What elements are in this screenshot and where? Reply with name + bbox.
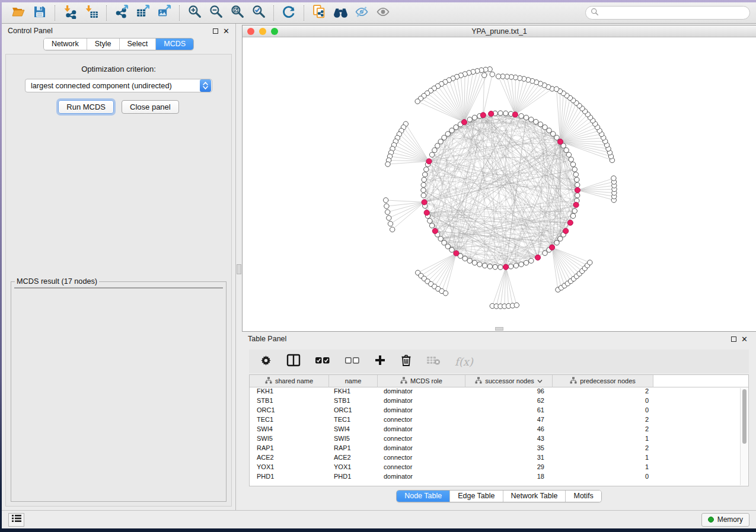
cell-mcds-role: connector	[378, 435, 465, 444]
zoom-out-button[interactable]	[205, 4, 227, 22]
find-button[interactable]	[330, 4, 351, 22]
tab-select[interactable]: Select	[120, 39, 157, 50]
cell-shared-name: FKH1	[250, 387, 329, 397]
copy-network-button[interactable]	[308, 4, 330, 22]
function-builder-button: f(x)	[455, 355, 473, 368]
column-header-shared-name[interactable]: shared name	[250, 375, 329, 387]
memory-status-icon	[708, 517, 714, 523]
table-row[interactable]: FKH1FKH1dominator962	[250, 387, 748, 397]
export-table-button[interactable]	[132, 4, 154, 22]
refresh-icon	[281, 4, 296, 22]
hide-selected-button[interactable]	[351, 4, 372, 22]
import-network-button[interactable]	[59, 4, 81, 22]
cell-shared-name: SWI5	[250, 435, 329, 444]
export-image-button[interactable]	[154, 4, 175, 22]
binoculars-icon	[333, 5, 349, 21]
close-panel-button[interactable]: Close panel	[122, 100, 179, 114]
tab-mcds[interactable]: MCDS	[156, 39, 193, 50]
zoom-selected-button[interactable]	[248, 4, 269, 22]
table-row[interactable]: ACE2ACE2connector311	[250, 454, 748, 463]
cell-name: ORC1	[329, 406, 378, 416]
table-settings-button[interactable]	[260, 354, 272, 369]
network-view-window: YPA_prune.txt_1	[242, 25, 756, 332]
vertical-splitter[interactable]	[235, 24, 242, 510]
column-layout-button[interactable]	[286, 354, 301, 369]
task-history-button[interactable]	[8, 513, 24, 527]
mcds-result-list[interactable]: PHD1CAR1STP4TID3YOX1SWI4SRD1PMA2FKH1ACE2…	[14, 287, 223, 289]
save-session-button[interactable]	[29, 4, 50, 22]
cell-predecessor-nodes: 2	[553, 444, 653, 454]
search-box[interactable]	[585, 6, 750, 20]
table-row[interactable]: RAP1RAP1dominator352	[250, 444, 748, 454]
cell-predecessor-nodes: 2	[553, 425, 653, 435]
import-network-icon	[63, 4, 78, 21]
column-header-successor-nodes[interactable]: successor nodes	[465, 375, 553, 387]
select-all-button[interactable]	[315, 356, 330, 367]
network-graph[interactable]	[243, 37, 756, 331]
cytoscape-window: Control Panel ✕ NetworkStyleSelectMCDS O…	[2, 2, 756, 528]
toolbar-separator	[106, 5, 107, 21]
run-mcds-button[interactable]: Run MCDS	[58, 100, 114, 114]
cell-shared-name: TEC1	[250, 416, 329, 425]
criterion-dropdown[interactable]: largest connected component (undirected)	[25, 79, 212, 92]
add-column-button[interactable]	[374, 354, 386, 368]
table-tabs: Node TableEdge TableNetwork TableMotifs	[242, 486, 756, 506]
cell-mcds-role: connector	[378, 463, 465, 473]
table-row[interactable]: ORC1ORC1dominator610	[250, 406, 748, 416]
search-input[interactable]	[602, 9, 745, 17]
show-all-button[interactable]	[372, 4, 394, 22]
zoom-in-button[interactable]	[184, 4, 205, 22]
column-header-label: MCDS role	[410, 377, 442, 384]
zoom-fit-icon	[230, 4, 245, 21]
cell-name: ACE2	[329, 454, 378, 463]
table-scrollbar-thumb[interactable]	[742, 389, 747, 444]
cell-shared-name: STB1	[250, 397, 329, 406]
tab-network[interactable]: Network	[44, 39, 87, 50]
delete-column-button[interactable]	[400, 354, 412, 369]
tab-network-table[interactable]: Network Table	[503, 491, 566, 502]
column-header-label: predecessor nodes	[580, 377, 636, 384]
cell-predecessor-nodes: 2	[553, 416, 653, 425]
column-header-label: shared name	[275, 377, 313, 384]
export-network-button[interactable]	[111, 4, 132, 22]
mcds-result-title: MCDS result (17 nodes)	[15, 277, 99, 286]
zoom-selected-icon	[251, 4, 266, 21]
cell-mcds-role: dominator	[378, 444, 465, 454]
zoom-fit-button[interactable]	[227, 4, 248, 22]
tab-edge-table[interactable]: Edge Table	[450, 491, 503, 502]
close-panel-icon[interactable]: ✕	[223, 28, 229, 34]
tab-style[interactable]: Style	[87, 39, 120, 50]
column-header-mcds-role[interactable]: MCDS role	[378, 375, 465, 387]
table-row[interactable]: YOX1YOX1connector291	[250, 463, 748, 473]
table-row[interactable]: SWI5SWI5connector431	[250, 435, 748, 444]
table-row[interactable]: PHD1PHD1dominator180	[250, 473, 748, 482]
network-canvas[interactable]	[243, 37, 756, 331]
table-row[interactable]: STB1STB1dominator620	[250, 397, 748, 406]
cell-shared-name: PHD1	[250, 473, 329, 482]
deselect-all-button[interactable]	[344, 356, 360, 367]
refresh-button[interactable]	[278, 4, 299, 22]
horizontal-splitter-grip[interactable]	[495, 327, 503, 331]
open-file-button[interactable]	[8, 4, 29, 22]
sort-desc-icon	[537, 377, 543, 384]
float-panel-icon[interactable]	[213, 28, 218, 34]
close-table-panel-icon[interactable]: ✕	[741, 336, 748, 342]
memory-button[interactable]: Memory	[701, 513, 749, 527]
table-scrollbar[interactable]	[740, 388, 748, 485]
tab-motifs[interactable]: Motifs	[566, 491, 601, 502]
table-row[interactable]: TEC1TEC1connector472	[250, 416, 748, 425]
column-header-predecessor-nodes[interactable]: predecessor nodes	[553, 375, 653, 387]
table-row[interactable]: SWI4SWI4dominator462	[250, 425, 748, 435]
cell-mcds-role: connector	[378, 454, 465, 463]
control-panel-titlebar: Control Panel ✕	[2, 24, 235, 38]
cell-mcds-role: dominator	[378, 473, 465, 482]
column-header-name[interactable]: name	[329, 375, 378, 387]
dropdown-stepper-icon	[200, 79, 211, 92]
control-panel-tabs: NetworkStyleSelectMCDS	[2, 38, 235, 53]
status-bar: Memory	[2, 510, 756, 528]
tab-node-table[interactable]: Node Table	[397, 491, 450, 502]
vertical-splitter-grip[interactable]	[237, 264, 241, 274]
import-table-button[interactable]	[81, 4, 102, 22]
float-table-panel-icon[interactable]	[731, 336, 736, 342]
view-list-icon	[12, 514, 21, 525]
